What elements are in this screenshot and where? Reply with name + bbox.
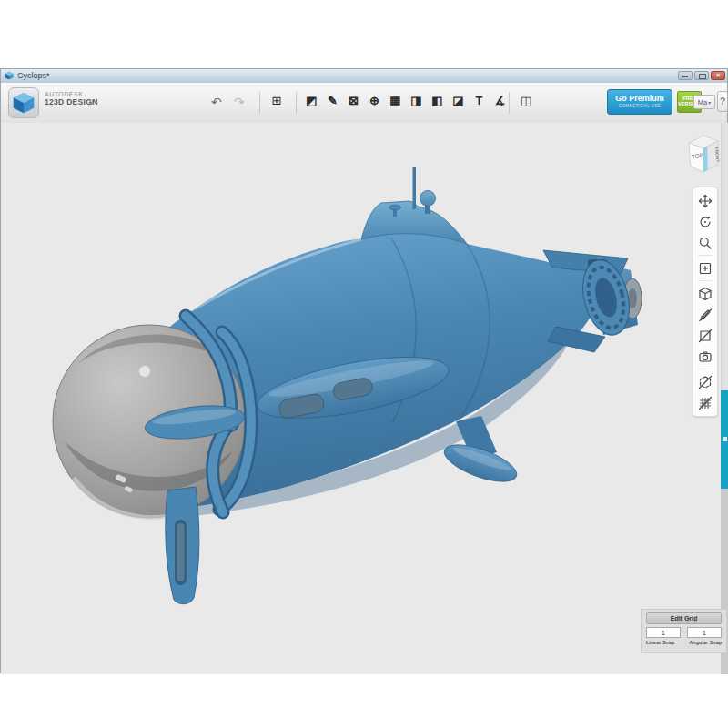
3d-viewport[interactable]: TOP FRONT: [1, 123, 728, 674]
pattern-icon[interactable]: ▦: [389, 93, 402, 109]
go-premium-button[interactable]: Go Premium COMMERCIAL USE: [607, 89, 672, 115]
maximize-icon: [699, 74, 706, 79]
nav-separator: [698, 255, 713, 256]
grouping-icon[interactable]: ◨: [410, 93, 423, 109]
toolbar-separator: [509, 92, 510, 114]
combine-icon[interactable]: ◧: [430, 93, 444, 109]
submarine-model[interactable]: [1, 123, 728, 674]
material-icon[interactable]: ◫: [518, 93, 534, 109]
undo-button[interactable]: ↶: [211, 94, 222, 110]
zoom-icon[interactable]: [693, 232, 717, 253]
navigation-rail: [693, 187, 718, 417]
close-button[interactable]: ×: [711, 71, 725, 80]
linear-snap-label: Linear Snap: [646, 640, 674, 645]
toolbar-separator: [296, 92, 297, 114]
show-solids-icon[interactable]: [693, 371, 717, 392]
edit-grid-button[interactable]: Edit Grid: [646, 612, 722, 624]
go-premium-label: Go Premium: [608, 94, 672, 103]
minimize-button[interactable]: [678, 71, 693, 80]
nav-separator: [698, 280, 713, 281]
angular-snap-label: Angular Snap: [689, 640, 722, 645]
view-cube[interactable]: TOP FRONT: [684, 129, 723, 178]
fit-view-icon[interactable]: [693, 258, 717, 278]
pan-icon[interactable]: [693, 190, 717, 211]
screenshot-icon[interactable]: [693, 346, 717, 367]
snap-icon[interactable]: ◪: [451, 93, 465, 109]
app-menu-chevron-icon[interactable]: ∨: [88, 97, 95, 106]
orbit-icon[interactable]: [693, 211, 717, 232]
insert-model-icon[interactable]: ⊞: [268, 93, 285, 109]
app-icon: [5, 71, 14, 80]
screenshot-root: Cyclops* × AUTODESK 123D DESIGN ∨ ↶: [0, 0, 728, 728]
nav-separator: [698, 369, 713, 369]
app-menu-button[interactable]: [8, 87, 39, 118]
title-bar[interactable]: Cyclops* ×: [1, 69, 727, 84]
sketch-icon[interactable]: ✎: [326, 93, 339, 109]
toolbar-separator: [259, 92, 260, 114]
transform-icon[interactable]: ◩: [305, 93, 318, 109]
right-edge-panel: [721, 123, 728, 390]
wireframe-toggle-icon[interactable]: [693, 392, 717, 413]
measure-icon[interactable]: ∡: [493, 93, 507, 109]
material-view-icon[interactable]: [693, 283, 717, 304]
hide-sketches-icon[interactable]: [693, 304, 717, 325]
go-premium-sublabel: COMMERCIAL USE: [608, 104, 672, 108]
text-icon[interactable]: T: [472, 93, 486, 109]
construct-icon[interactable]: ⊠: [347, 93, 360, 109]
document-title: Cyclops*: [17, 71, 50, 80]
maximize-button[interactable]: [694, 71, 709, 80]
help-button[interactable]: ?: [717, 91, 728, 112]
close-icon: ×: [712, 71, 724, 80]
grid-settings-panel: Edit Grid Linear Snap Angular Snap: [641, 609, 727, 653]
window-controls: ×: [678, 71, 725, 80]
minimize-icon: [682, 76, 688, 77]
chevron-down-icon: ▾: [708, 99, 711, 106]
redo-button[interactable]: ↷: [234, 94, 245, 110]
angular-snap-input[interactable]: [687, 627, 722, 638]
main-toolbar: AUTODESK 123D DESIGN ∨ ↶ ↷ ⊞ ◩ ✎ ⊠ ⊕ ▦ ◨…: [1, 83, 727, 124]
panel-tab-handle-icon: [723, 437, 727, 441]
hide-edges-icon[interactable]: [693, 325, 717, 346]
account-label: Ma: [698, 98, 707, 106]
linear-snap-input[interactable]: [646, 627, 681, 638]
modify-icon[interactable]: ⊕: [368, 93, 381, 109]
account-dropdown[interactable]: Ma ▾: [693, 95, 715, 109]
123d-logo-icon: [9, 88, 38, 117]
tool-group: ◩ ✎ ⊠ ⊕ ▦ ◨ ◧ ◪ T ∡: [305, 93, 507, 109]
app-window: Cyclops* × AUTODESK 123D DESIGN ∨ ↶: [0, 68, 728, 673]
